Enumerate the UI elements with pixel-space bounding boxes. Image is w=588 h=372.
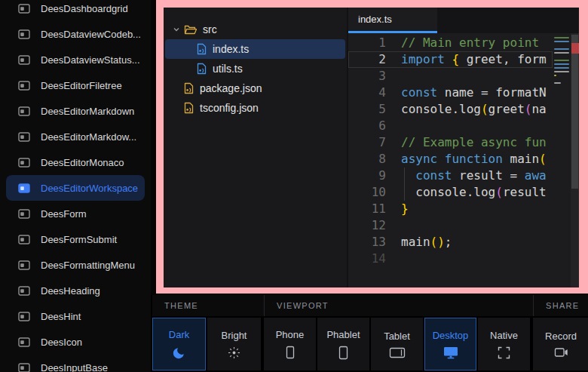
editor-tabbar: index.ts bbox=[348, 8, 579, 33]
button-label: Dark bbox=[169, 329, 189, 340]
sidebar-item-label: DeesDataviewCodeb... bbox=[41, 29, 141, 40]
line-number: 12 bbox=[348, 217, 386, 234]
filetree-item-label: tsconfig.json bbox=[200, 102, 259, 114]
code-line: 1// Main entry point bbox=[348, 35, 553, 51]
sidebar-item-label: DeesHint bbox=[41, 311, 81, 322]
minimap-line bbox=[554, 48, 569, 50]
minimap-line bbox=[554, 67, 569, 69]
toolbar-button-row: PhonePhabletTabletDesktopNative bbox=[264, 318, 533, 370]
minimap-line bbox=[554, 60, 569, 61]
native-icon bbox=[498, 346, 510, 359]
code-line: 4const name = formatN bbox=[348, 85, 553, 101]
code-token: na bbox=[531, 102, 546, 116]
demo-frame: srcindex.tsutils.tspackage.jsontsconfig.… bbox=[156, 0, 588, 294]
sidebar-item-deeshint[interactable]: DeesHint bbox=[6, 303, 145, 329]
minimap[interactable] bbox=[553, 33, 571, 287]
file-json-icon bbox=[184, 82, 194, 94]
sidebar-item-label: DeesEditorWorkspace bbox=[41, 183, 138, 194]
viewport-phone-button[interactable]: Phone bbox=[264, 318, 316, 370]
line-number: 4 bbox=[348, 85, 386, 101]
viewport-desktop-button[interactable]: Desktop bbox=[424, 318, 476, 370]
scrollbar-thumb[interactable] bbox=[571, 35, 578, 189]
phone-icon bbox=[286, 346, 295, 359]
sidebar-item-deesdataviewstatus[interactable]: DeesDataviewStatus... bbox=[6, 47, 145, 72]
minimap-line bbox=[554, 71, 569, 72]
toolbar-button-row: Record bbox=[533, 318, 588, 370]
filetree-item-tsconfig-json[interactable]: tsconfig.json bbox=[165, 98, 345, 118]
viewport-tablet-button[interactable]: Tablet bbox=[371, 318, 423, 370]
line-content bbox=[386, 217, 401, 234]
code-line: 2import { greet, form bbox=[348, 51, 553, 68]
code-token: ( bbox=[525, 102, 532, 116]
sidebar-item-label: DeesIcon bbox=[41, 337, 82, 348]
filetree-item-package-json[interactable]: package.json bbox=[165, 78, 345, 98]
button-label: Native bbox=[490, 330, 518, 341]
code-token: async function bbox=[401, 152, 510, 166]
theme-bright-button[interactable]: Bright bbox=[207, 318, 261, 370]
code-token: result bbox=[503, 185, 547, 199]
main-area: srcindex.tsutils.tspackage.jsontsconfig.… bbox=[151, 0, 588, 372]
editor-tab[interactable]: index.ts bbox=[348, 8, 437, 33]
code-token: // Main entry point bbox=[401, 35, 539, 50]
minimap-line bbox=[554, 45, 571, 46]
line-content bbox=[386, 118, 401, 134]
window-icon bbox=[18, 132, 30, 142]
sidebar-item-deesinputbase[interactable]: DeesInputBase bbox=[6, 355, 145, 372]
viewport-native-button[interactable]: Native bbox=[478, 318, 530, 370]
filetree-item-src[interactable]: src bbox=[165, 20, 345, 39]
toolbar-section-theme: THEMEDarkBright bbox=[152, 295, 264, 372]
toolbar-section-viewport: VIEWPORTPhonePhabletTabletDesktopNative bbox=[264, 295, 533, 372]
minimap-line bbox=[554, 41, 569, 42]
sidebar-item-label: DeesHeading bbox=[41, 285, 100, 297]
filetree-item-utils-ts[interactable]: utils.ts bbox=[165, 59, 345, 78]
sidebar-item-deeseditorworkspace[interactable]: DeesEditorWorkspace bbox=[6, 175, 145, 201]
minimap-line bbox=[554, 52, 569, 54]
sidebar-item-label: DeesEditorFiletree bbox=[41, 80, 122, 91]
window-icon bbox=[18, 209, 30, 219]
moon-icon bbox=[173, 346, 186, 359]
code-area[interactable]: 1// Main entry point2import { greet, for… bbox=[348, 33, 553, 287]
code-token: name = formatN bbox=[437, 85, 547, 100]
line-number: 1 bbox=[348, 35, 386, 51]
toolbar-section-share: SHARERecord bbox=[533, 295, 588, 372]
sidebar-item-deesdashboardgrid[interactable]: DeesDashboardgrid bbox=[6, 0, 145, 21]
sidebar-item-deeseditorfiletree[interactable]: DeesEditorFiletree bbox=[6, 72, 145, 98]
filetree-item-index-ts[interactable]: index.ts bbox=[165, 39, 345, 59]
file-ts-icon bbox=[197, 63, 207, 75]
sidebar-item-deesicon[interactable]: DeesIcon bbox=[6, 329, 145, 355]
sidebar-item-deesform[interactable]: DeesForm bbox=[6, 201, 145, 226]
window-icon bbox=[18, 55, 30, 65]
sidebar-item-label: DeesEditorMarkdow... bbox=[41, 131, 136, 143]
line-number: 9 bbox=[348, 168, 386, 184]
line-content: async function main( bbox=[386, 151, 547, 168]
sidebar-item-deesformsubmit[interactable]: DeesFormSubmit bbox=[6, 226, 145, 252]
window-icon bbox=[18, 183, 30, 193]
sidebar-item-deesheading[interactable]: DeesHeading bbox=[6, 278, 145, 303]
sidebar-item-deesformattingmenu[interactable]: DeesFormattingMenu bbox=[6, 252, 145, 278]
sidebar-item-deeseditormonaco[interactable]: DeesEditorMonaco bbox=[6, 149, 145, 175]
code-line: 5console.log(greet(na bbox=[348, 101, 553, 118]
theme-dark-button[interactable]: Dark bbox=[152, 318, 206, 370]
window-icon bbox=[18, 29, 30, 39]
line-number: 5 bbox=[348, 101, 386, 118]
line-content: console.log(greet(na bbox=[386, 101, 547, 118]
filetree-item-label: src bbox=[203, 23, 217, 35]
sidebar-item-deeseditormarkdown[interactable]: DeesEditorMarkdown bbox=[6, 98, 145, 124]
share-record-button[interactable]: Record bbox=[533, 318, 588, 370]
code-token: console.log bbox=[401, 102, 481, 116]
editor-tab-label: index.ts bbox=[358, 14, 392, 25]
sidebar-item-deeseditormarkdow[interactable]: DeesEditorMarkdow... bbox=[6, 124, 145, 149]
line-number: 13 bbox=[348, 234, 386, 251]
code-line: 11} bbox=[348, 201, 553, 217]
overview-scrollbar[interactable] bbox=[571, 33, 579, 287]
window-icon bbox=[18, 4, 30, 14]
properties-toolbar: THEMEDarkBrightVIEWPORTPhonePhabletTable… bbox=[151, 295, 588, 372]
viewport-phablet-button[interactable]: Phablet bbox=[317, 318, 369, 370]
code-token: // Example async fun bbox=[401, 135, 547, 149]
sidebar-item-deesdataviewcodeb[interactable]: DeesDataviewCodeb... bbox=[6, 21, 145, 47]
sidebar-item-label: DeesEditorMonaco bbox=[41, 157, 124, 168]
code-token: () bbox=[430, 235, 445, 249]
sidebar-item-label: DeesDataviewStatus... bbox=[41, 54, 140, 66]
code-line: 10 console.log(result bbox=[348, 184, 553, 201]
line-number: 2 bbox=[348, 51, 386, 68]
